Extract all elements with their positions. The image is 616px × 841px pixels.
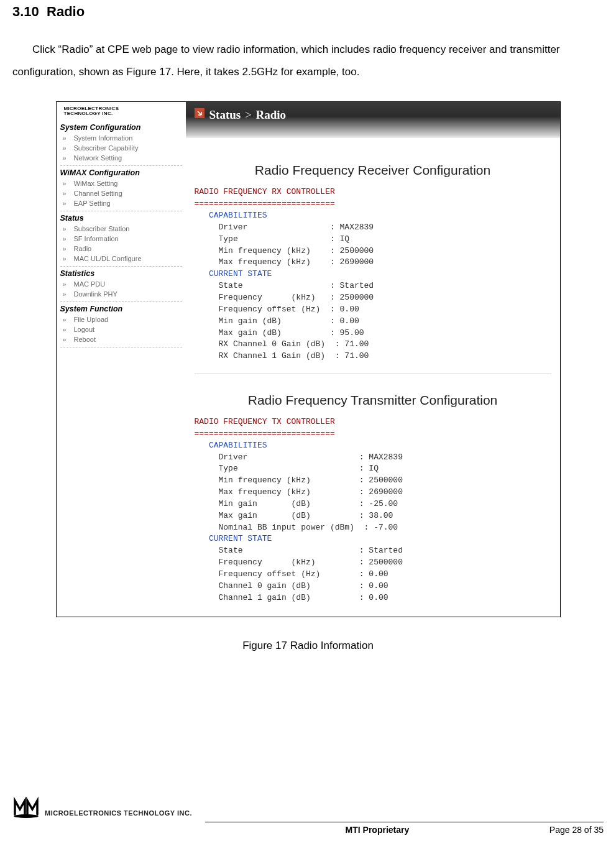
nav-group: WiMAX Configuration»WiMax Setting»Channe… xyxy=(60,168,182,208)
nav-group-title: System Function xyxy=(60,305,182,313)
breadcrumb: Status > Radio xyxy=(209,108,286,122)
sidebar: MICROELECTRONICS TECHNOLOGY INC. System … xyxy=(57,102,186,616)
sidebar-item-label: Channel Setting xyxy=(74,190,122,197)
section-number: 3.10 xyxy=(12,4,39,19)
section-title: Radio xyxy=(47,4,85,19)
chevron-right-icon: » xyxy=(63,235,69,242)
chevron-right-icon: » xyxy=(63,144,69,152)
footer-rule xyxy=(205,822,604,822)
breadcrumb-bar: Status > Radio xyxy=(186,102,560,138)
sidebar-item[interactable]: »WiMax Setting xyxy=(60,178,182,188)
terminal-output: RADIO FREQUENCY RX CONTROLLER ==========… xyxy=(195,186,551,362)
sidebar-item-label: WiMax Setting xyxy=(74,180,118,187)
sidebar-item[interactable]: »Reboot xyxy=(60,334,182,344)
chevron-right-icon: » xyxy=(63,316,69,323)
footer-logo-icon xyxy=(12,794,41,822)
nav-group: System Function»File Upload»Logout»Reboo… xyxy=(60,305,182,344)
nav-separator xyxy=(60,301,182,302)
terminal-output: RADIO FREQUENCY TX CONTROLLER ==========… xyxy=(195,416,551,604)
logo: MICROELECTRONICS TECHNOLOGY INC. xyxy=(60,106,182,117)
nav-separator xyxy=(60,266,182,267)
footer-proprietary: MTI Proprietary xyxy=(346,825,410,835)
footer-company: MICROELECTRONICS TECHNOLOGY INC. xyxy=(45,809,192,817)
nav-group: Statistics»MAC PDU»Downlink PHY xyxy=(60,269,182,299)
sidebar-item[interactable]: »Subscriber Capability xyxy=(60,143,182,153)
chevron-right-icon: » xyxy=(63,290,69,298)
sidebar-item-label: Subscriber Capability xyxy=(74,144,139,152)
sidebar-item[interactable]: »MAC UL/DL Configure xyxy=(60,254,182,264)
chevron-right-icon: » xyxy=(63,154,69,162)
sidebar-item-label: File Upload xyxy=(74,316,109,323)
nav-separator xyxy=(60,347,182,347)
chevron-right-icon: » xyxy=(63,200,69,207)
chevron-right-icon: » xyxy=(63,134,69,142)
arrow-down-right-icon xyxy=(195,108,205,118)
chevron-right-icon: » xyxy=(63,225,69,232)
sidebar-item[interactable]: »Radio xyxy=(60,244,182,254)
sidebar-item-label: Network Setting xyxy=(74,154,122,162)
sidebar-item-label: Subscriber Station xyxy=(74,225,130,232)
nav-group-title: WiMAX Configuration xyxy=(60,168,182,177)
sidebar-item[interactable]: »EAP Setting xyxy=(60,198,182,208)
sidebar-item-label: System Information xyxy=(74,134,133,142)
sidebar-item[interactable]: »File Upload xyxy=(60,315,182,324)
chevron-right-icon: » xyxy=(63,280,69,288)
sidebar-item-label: MAC PDU xyxy=(74,280,106,288)
sidebar-item-label: SF Information xyxy=(74,235,119,242)
chevron-right-icon: » xyxy=(63,190,69,197)
body-paragraph: Click “Radio” at CPE web page to view ra… xyxy=(12,39,604,83)
page-footer: MICROELECTRONICS TECHNOLOGY INC. MTI Pro… xyxy=(12,794,604,835)
panel-divider xyxy=(195,374,551,374)
sidebar-item[interactable]: »Channel Setting xyxy=(60,188,182,198)
footer-page-number: Page 28 of 35 xyxy=(549,825,604,835)
nav-group-title: System Configuration xyxy=(60,123,182,132)
panel-title: Radio Frequency Transmitter Configuratio… xyxy=(195,393,551,408)
nav-group: Status»Subscriber Station»SF Information… xyxy=(60,214,182,264)
figure-caption: Figure 17 Radio Information xyxy=(12,640,604,652)
chevron-right-icon: » xyxy=(63,255,69,262)
sidebar-item[interactable]: »Subscriber Station xyxy=(60,224,182,234)
chevron-right-icon: » xyxy=(63,245,69,252)
sidebar-item-label: EAP Setting xyxy=(74,200,111,207)
chevron-right-icon: » xyxy=(63,336,69,343)
sidebar-item[interactable]: »SF Information xyxy=(60,234,182,244)
nav-group: System Configuration»System Information»… xyxy=(60,123,182,163)
chevron-right-icon: » xyxy=(63,180,69,187)
section-heading: 3.10 Radio xyxy=(12,4,604,20)
sidebar-item[interactable]: »Network Setting xyxy=(60,153,182,163)
sidebar-item-label: Radio xyxy=(74,245,92,252)
sidebar-item-label: MAC UL/DL Configure xyxy=(74,255,142,262)
sidebar-item-label: Reboot xyxy=(74,336,96,343)
sidebar-item[interactable]: »MAC PDU xyxy=(60,279,182,289)
breadcrumb-section: Status xyxy=(209,108,241,121)
figure-screenshot: MICROELECTRONICS TECHNOLOGY INC. System … xyxy=(56,101,561,617)
nav-separator xyxy=(60,165,182,166)
chevron-right-icon: » xyxy=(63,326,69,333)
panel-title: Radio Frequency Receiver Configuration xyxy=(195,163,551,178)
nav-separator xyxy=(60,211,182,211)
logo-text: MICROELECTRONICS TECHNOLOGY INC. xyxy=(64,106,119,117)
breadcrumb-separator: > xyxy=(245,108,252,121)
breadcrumb-page: Radio xyxy=(255,108,286,121)
nav-group-title: Statistics xyxy=(60,269,182,278)
sidebar-item-label: Downlink PHY xyxy=(74,290,117,298)
sidebar-item-label: Logout xyxy=(74,326,95,333)
content-pane: Status > Radio Radio Frequency Receiver … xyxy=(186,102,560,616)
nav-group-title: Status xyxy=(60,214,182,223)
sidebar-item[interactable]: »Logout xyxy=(60,324,182,334)
svg-point-1 xyxy=(14,814,39,818)
sidebar-item[interactable]: »System Information xyxy=(60,133,182,143)
sidebar-item[interactable]: »Downlink PHY xyxy=(60,289,182,299)
